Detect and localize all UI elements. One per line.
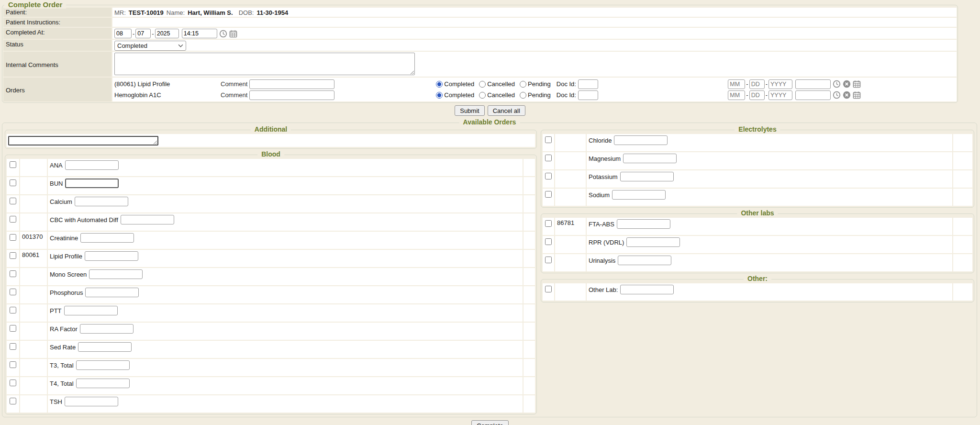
lab-checkbox[interactable] — [10, 398, 16, 404]
calendar-icon[interactable] — [853, 80, 861, 88]
lab-value-input[interactable] — [89, 269, 143, 279]
clock-icon[interactable] — [219, 30, 227, 38]
status-cancelled-radio[interactable] — [479, 81, 486, 88]
order-month-input[interactable] — [728, 90, 745, 100]
lab-row-bun: BUN — [7, 177, 535, 194]
completed-month-input[interactable] — [114, 29, 132, 38]
status-completed-radio[interactable] — [436, 81, 443, 88]
lab-value-input[interactable] — [623, 154, 677, 163]
lab-checkbox[interactable] — [545, 155, 552, 161]
lab-checkbox[interactable] — [545, 286, 552, 292]
lab-code — [20, 341, 47, 358]
order-time-input[interactable] — [795, 79, 831, 89]
lab-checkbox[interactable] — [10, 289, 16, 295]
lab-checkbox[interactable] — [10, 361, 16, 368]
lab-checkbox[interactable] — [545, 257, 552, 263]
lab-checkbox[interactable] — [10, 198, 16, 204]
doc-id-input[interactable] — [578, 79, 598, 89]
status-pending-label[interactable]: Pending — [528, 80, 551, 88]
lab-value-input[interactable] — [620, 285, 674, 294]
lab-value-input[interactable] — [80, 233, 134, 243]
lab-value-input[interactable] — [64, 306, 118, 315]
lab-checkbox[interactable] — [10, 325, 16, 332]
lab-checkbox[interactable] — [10, 161, 16, 168]
status-pending-radio[interactable] — [520, 92, 526, 99]
lab-label: PTT — [50, 307, 62, 314]
lab-value-input[interactable] — [85, 288, 139, 297]
completed-day-input[interactable] — [135, 29, 151, 38]
status-cancelled-label[interactable]: Cancelled — [487, 91, 515, 99]
lab-value-input[interactable] — [612, 190, 666, 200]
order-year-input[interactable] — [768, 79, 792, 89]
lab-value-input[interactable] — [76, 360, 130, 370]
lab-checkbox[interactable] — [10, 270, 16, 277]
lab-label: Calcium — [50, 198, 72, 205]
lab-checkbox[interactable] — [545, 173, 552, 179]
calendar-icon[interactable] — [853, 91, 861, 99]
lab-value-input[interactable] — [626, 237, 680, 247]
complete-button[interactable]: Complete — [471, 420, 509, 425]
submit-button[interactable]: Submit — [455, 105, 484, 116]
lab-value-input[interactable] — [65, 397, 118, 406]
completed-at-label: Completed At: — [3, 28, 111, 39]
status-pending-label[interactable]: Pending — [528, 91, 551, 99]
lab-checkbox[interactable] — [10, 343, 16, 350]
completed-year-input[interactable] — [155, 29, 179, 38]
order-day-input[interactable] — [749, 79, 765, 89]
lab-row-magnesium: Magnesium — [543, 152, 972, 169]
order-year-input[interactable] — [768, 90, 792, 100]
lab-value-input[interactable] — [617, 219, 670, 229]
order-comment-input[interactable] — [249, 79, 334, 89]
calendar-icon[interactable] — [229, 30, 237, 38]
lab-value-input[interactable] — [620, 172, 674, 181]
lab-checkbox[interactable] — [10, 252, 16, 259]
lab-checkbox[interactable] — [10, 380, 16, 386]
lab-value-input[interactable] — [78, 342, 132, 352]
order-comment-input[interactable] — [249, 90, 334, 100]
lab-value-input[interactable] — [80, 324, 134, 334]
lab-checkbox[interactable] — [10, 179, 16, 186]
lab-checkbox[interactable] — [545, 238, 552, 245]
lab-checkbox[interactable] — [10, 216, 16, 223]
additional-search-input[interactable] — [8, 136, 158, 145]
mr-label: MR: — [114, 9, 126, 16]
lab-checkbox[interactable] — [545, 191, 552, 198]
status-pending-radio[interactable] — [520, 81, 526, 88]
clear-date-icon[interactable] — [843, 91, 851, 99]
status-select[interactable]: Completed — [114, 41, 186, 51]
status-completed-radio[interactable] — [436, 92, 443, 99]
lab-checkbox[interactable] — [10, 307, 16, 313]
lab-value-input[interactable] — [76, 379, 130, 388]
status-cancelled-label[interactable]: Cancelled — [487, 80, 515, 88]
clear-date-icon[interactable] — [843, 80, 851, 88]
order-time-input[interactable] — [795, 90, 831, 100]
status-completed-label[interactable]: Completed — [444, 80, 474, 88]
doc-id-input[interactable] — [578, 90, 598, 100]
completed-time-input[interactable] — [182, 29, 217, 38]
lab-checkbox[interactable] — [10, 234, 16, 241]
lab-row-end-cell — [523, 159, 535, 176]
lab-row-end-cell — [953, 283, 972, 301]
lab-checkbox[interactable] — [545, 220, 552, 227]
status-completed-label[interactable]: Completed — [444, 91, 474, 99]
lab-row-chloride: Chloride — [543, 134, 972, 151]
lab-value-input[interactable] — [618, 256, 671, 265]
lab-value-input[interactable] — [75, 197, 128, 206]
order-day-input[interactable] — [749, 90, 765, 100]
lab-label: ANA — [50, 162, 63, 169]
lab-value-input[interactable] — [85, 251, 138, 261]
clock-icon[interactable] — [833, 80, 841, 88]
available-orders-right-column: Electrolytes Chloride Magnesium — [541, 128, 974, 302]
lab-checkbox[interactable] — [545, 136, 552, 143]
lab-code — [20, 359, 47, 376]
lab-value-input[interactable] — [614, 135, 668, 145]
status-cancelled-radio[interactable] — [479, 92, 486, 99]
order-name: Hemoglobin A1C — [114, 91, 221, 99]
lab-value-input[interactable] — [121, 215, 174, 224]
lab-value-input[interactable] — [65, 179, 119, 188]
clock-icon[interactable] — [833, 91, 841, 99]
cancel-all-button[interactable]: Cancel all — [488, 105, 525, 116]
order-month-input[interactable] — [728, 79, 745, 89]
internal-comments-textarea[interactable] — [114, 53, 415, 75]
lab-value-input[interactable] — [65, 160, 119, 170]
